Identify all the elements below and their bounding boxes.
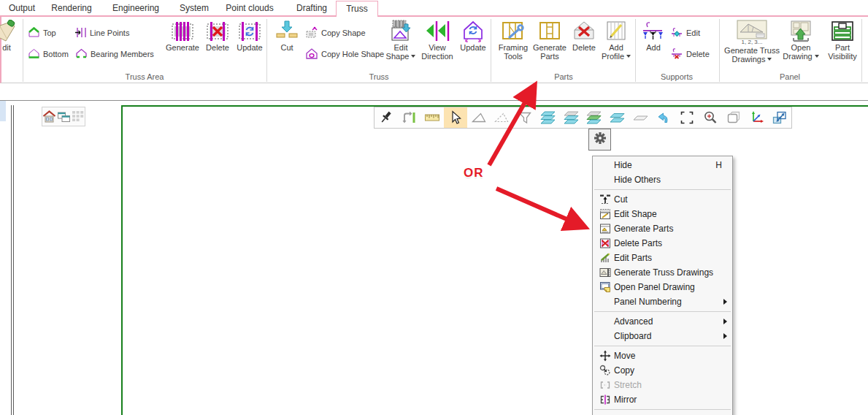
button-label: Shape xyxy=(384,52,418,61)
top-button[interactable]: Top xyxy=(28,26,56,39)
gear-icon xyxy=(594,132,607,148)
layers-green-icon[interactable] xyxy=(583,107,606,128)
layer-flat-icon[interactable] xyxy=(629,107,653,128)
tab-engineering[interactable]: Engineering xyxy=(102,2,169,16)
menu-item-label: Generate Parts xyxy=(614,224,673,234)
fit-view-icon[interactable] xyxy=(768,107,791,128)
generate-truss-area-button[interactable]: Generate xyxy=(164,20,201,65)
generate-parts-ribbon-button[interactable]: Generate Parts xyxy=(531,20,568,65)
menu-item-label: Hide xyxy=(614,160,632,170)
home-icon[interactable] xyxy=(42,110,56,123)
menu-item-edit-shape[interactable]: Edit Shape xyxy=(593,207,732,221)
view-mini-toolbar xyxy=(42,107,85,126)
zoom-in-icon[interactable] xyxy=(699,107,722,128)
copy-hole-shape-icon xyxy=(305,47,318,61)
menu-item-copy[interactable]: Copy xyxy=(593,363,732,378)
menu-item-panel-numbering[interactable]: Panel Numbering xyxy=(593,294,732,309)
add-support-button[interactable]: Add xyxy=(640,20,667,65)
move-icon xyxy=(596,350,614,362)
rotate-extent-icon[interactable] xyxy=(398,107,421,128)
edit-shape-button[interactable]: Edit Shape xyxy=(384,20,418,65)
drawing-canvas[interactable] xyxy=(121,105,868,415)
pin-icon[interactable] xyxy=(375,107,398,128)
framing-tools-button[interactable]: Framing Tools xyxy=(496,20,531,65)
cut-truss-icon xyxy=(272,20,302,43)
add-profile-button[interactable]: Add Profile xyxy=(600,20,632,65)
menu-item-mirror[interactable]: Mirror xyxy=(593,392,732,407)
menu-item-advanced[interactable]: Advanced xyxy=(593,314,732,329)
context-settings-button[interactable] xyxy=(588,129,611,151)
group-divider xyxy=(266,19,267,82)
menu-item-hide-others[interactable]: Hide Others xyxy=(593,172,732,187)
menu-item-delete-parts[interactable]: Delete Parts xyxy=(593,236,732,251)
cube-icon[interactable] xyxy=(722,107,745,128)
tab-rendering[interactable]: Rendering xyxy=(44,2,99,16)
delete-support-button[interactable]: Delete xyxy=(671,47,710,61)
button-label: Update xyxy=(457,43,489,52)
filter-icon[interactable] xyxy=(513,107,537,128)
cut-truss-button[interactable]: Cut xyxy=(272,20,302,65)
layers-stack-icon[interactable] xyxy=(537,107,560,128)
menu-separator xyxy=(593,343,732,349)
button-label: Top xyxy=(43,28,56,37)
update-truss-button[interactable]: Update xyxy=(457,20,489,65)
canvas-view-toolbar xyxy=(374,107,792,129)
cascade-windows-icon[interactable] xyxy=(57,110,71,123)
open-drawing-button[interactable]: Open Drawing xyxy=(777,20,824,65)
select-cursor-icon[interactable] xyxy=(444,107,467,128)
bearing-members-button[interactable]: Bearing Members xyxy=(75,47,154,61)
generate-truss-drawings-button[interactable]: 1, 2, 3... Generate Truss Drawings xyxy=(723,20,780,65)
tab-system[interactable]: System xyxy=(174,2,215,16)
layers-two-icon[interactable] xyxy=(606,107,629,128)
group-label-supports: Supports xyxy=(661,72,693,81)
menu-item-generate-truss-drawings[interactable]: Generate Truss Drawings xyxy=(593,265,732,280)
ruler-icon[interactable] xyxy=(420,107,444,128)
button-label: Copy Hole Shape xyxy=(321,50,384,58)
triangle-dashed-icon[interactable] xyxy=(491,107,514,128)
tab-point-clouds[interactable]: Point clouds xyxy=(219,2,280,16)
button-label: Generate xyxy=(164,43,201,52)
part-visibility-button[interactable]: Part Visibility xyxy=(823,20,861,65)
tab-output[interactable]: Output xyxy=(0,2,44,16)
edit-shape-ribbon-icon xyxy=(384,20,418,43)
menu-item-label: Copy xyxy=(614,365,634,376)
group-label-truss: Truss xyxy=(369,72,388,81)
copy-shape-button[interactable]: Copy Shape xyxy=(305,26,366,39)
bottom-chord-icon xyxy=(28,48,40,61)
group-divider xyxy=(491,19,491,82)
bottom-button[interactable]: Bottom xyxy=(28,47,69,61)
button-label: Part xyxy=(823,43,861,52)
selection-box-icon[interactable] xyxy=(675,107,699,128)
panel-splitter[interactable] xyxy=(11,105,14,415)
menu-item-open-panel-drawing[interactable]: Open Panel Drawing xyxy=(593,280,732,294)
menu-item-move[interactable]: Move xyxy=(593,349,732,363)
left-panel-edge xyxy=(0,101,6,121)
delete-parts-ribbon-button[interactable]: Delete xyxy=(569,20,599,65)
menu-item-label: Hide Others xyxy=(614,175,661,185)
copy-icon xyxy=(596,365,614,376)
tab-drafting[interactable]: Drafting xyxy=(289,2,334,16)
menu-item-label: Edit Parts xyxy=(614,253,652,263)
view-direction-button[interactable]: View Direction xyxy=(419,20,456,65)
edit-button-partial[interactable]: dit xyxy=(0,20,19,65)
edit-support-button[interactable]: Edit xyxy=(671,26,700,39)
grid-icon[interactable] xyxy=(72,110,85,123)
menu-item-edit-parts[interactable]: Edit Parts xyxy=(593,251,732,265)
triangle-icon[interactable] xyxy=(467,107,491,128)
group-label-truss-area: Truss Area xyxy=(126,72,164,81)
menu-item-hide[interactable]: Hide H xyxy=(593,158,732,172)
undo-icon[interactable] xyxy=(653,107,676,128)
menu-item-clipboard[interactable]: Clipboard xyxy=(593,329,732,343)
tab-truss[interactable]: Truss xyxy=(336,1,378,17)
update-truss-area-button[interactable]: Update xyxy=(234,20,266,65)
copy-hole-shape-button[interactable]: Copy Hole Shape xyxy=(305,47,384,61)
menu-item-cut[interactable]: Cut xyxy=(593,192,732,207)
layers-mixed-icon[interactable] xyxy=(560,107,583,128)
axes-icon[interactable] xyxy=(745,107,769,128)
line-points-button[interactable]: Line Points xyxy=(75,26,129,39)
glove-edit-icon xyxy=(0,20,19,43)
group-divider xyxy=(719,19,720,82)
delete-truss-area-button[interactable]: Delete xyxy=(201,20,234,65)
menu-item-generate-parts[interactable]: Generate Parts xyxy=(593,221,732,236)
menu-separator xyxy=(593,187,732,192)
